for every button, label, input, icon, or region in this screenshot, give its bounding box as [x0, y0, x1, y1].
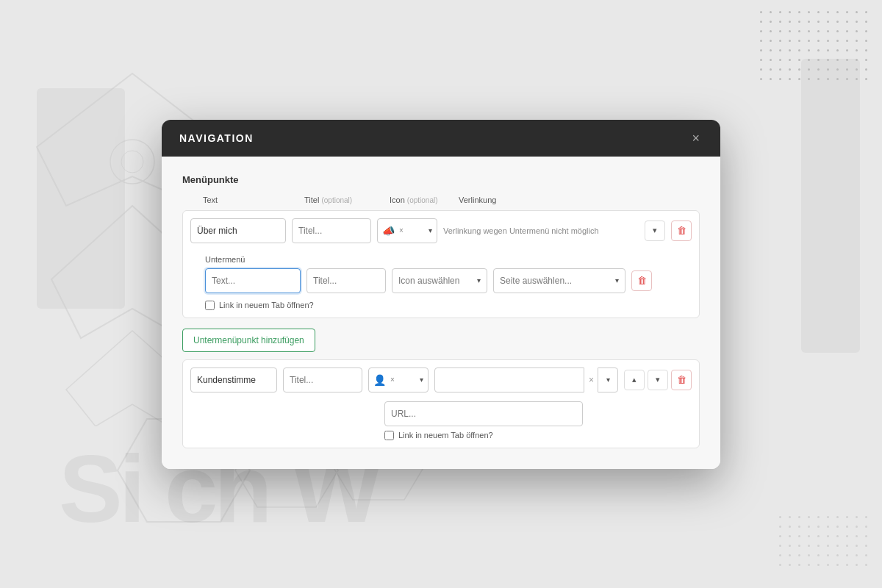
menu-item-1-icon-preview: 📣	[382, 225, 395, 237]
submenu-page-dropdown[interactable]: Seite auswählen... ▾	[493, 268, 625, 293]
menu-item-2-top-row: 👤 × ▾ × ▾ ▴	[190, 368, 692, 392]
submenu-title-input[interactable]	[306, 268, 386, 293]
menu-item-2-icon-preview: 👤	[373, 374, 386, 386]
submenu-checkbox-row: Link in neuem Tab öffnen?	[205, 301, 652, 310]
menu-item-2-up-button[interactable]: ▴	[624, 370, 645, 390]
menu-item-1-main: 📣 × ▾ Verlinkung wegen Untermenü nicht m…	[190, 218, 692, 243]
menu-item-2-verlinkung-chevron[interactable]: ▾	[598, 368, 618, 392]
menu-item-1-icon-clear[interactable]: ×	[398, 226, 405, 234]
menu-item-2-main: 👤 × ▾ × ▾ ▴	[190, 368, 692, 440]
modal-title: NAVIGATION	[179, 132, 254, 144]
menu-item-1-verlinkung-text: Verlinkung wegen Untermenü nicht möglich	[443, 226, 639, 235]
menu-item-2-inputs-group: 👤 × ▾ × ▾ ▴	[190, 368, 692, 440]
menu-item-2-action-group: ▴ ▾ 🗑	[624, 370, 692, 390]
submenu-icon-dropdown-text: Icon auswählen	[398, 276, 474, 286]
col-header-title: Titel (optional)	[304, 196, 384, 204]
submenu-label: Untermenü	[205, 255, 706, 264]
submenu-delete-button[interactable]: 🗑	[631, 270, 652, 291]
menu-item-1: 📣 × ▾ Verlinkung wegen Untermenü nicht m…	[182, 210, 700, 318]
submenu-page-chevron: ▾	[615, 276, 619, 284]
menu-item-2-verlinkung-row: × ▾	[434, 368, 618, 392]
menu-item-2: 👤 × ▾ × ▾ ▴	[182, 359, 700, 448]
menu-item-2-url-input[interactable]	[384, 401, 583, 426]
submenu-icon-dropdown[interactable]: Icon auswählen ▾	[392, 268, 487, 293]
menu-item-2-icon-chevron[interactable]: ▾	[420, 376, 423, 384]
submenu-newtab-checkbox[interactable]	[205, 301, 215, 310]
modal-close-button[interactable]: ×	[689, 132, 703, 145]
menu-item-2-text-input[interactable]	[190, 368, 277, 392]
menu-item-2-newtab-checkbox[interactable]	[384, 431, 394, 440]
submenu-icon-chevron: ▾	[477, 276, 481, 284]
menu-item-2-delete-button[interactable]: 🗑	[671, 370, 692, 390]
submenu-page-dropdown-text: Seite auswählen...	[500, 276, 612, 286]
menu-item-1-delete-button[interactable]: 🗑	[671, 220, 692, 241]
submenu-newtab-label[interactable]: Link in neuem Tab öffnen?	[219, 301, 314, 309]
menu-item-2-icon-clear[interactable]: ×	[389, 376, 396, 384]
submenu-row-inner: Icon auswählen ▾ Seite auswählen... ▾ 🗑	[205, 268, 652, 310]
modal-body: Menüpunkte Text Titel (optional) Icon (o…	[162, 157, 720, 469]
col-header-icon: Icon (optional)	[390, 196, 453, 204]
menu-item-1-down-button[interactable]: ▾	[645, 220, 665, 241]
col-header-text: Text	[203, 196, 298, 204]
menu-item-2-title-input[interactable]	[283, 368, 362, 392]
modal-overlay: NAVIGATION × Menüpunkte Text Titel (opti…	[0, 0, 882, 588]
menu-item-2-verlinkung-input[interactable]	[434, 368, 584, 392]
add-submenu-button[interactable]: Untermenüpunkt hinzufügen	[182, 329, 315, 352]
section-label: Menüpunkte	[182, 174, 700, 185]
menu-item-1-icon-selector[interactable]: 📣 × ▾	[377, 218, 437, 243]
menu-item-2-newtab-label[interactable]: Link in neuem Tab öffnen?	[398, 431, 493, 440]
submenu-section: Untermenü Icon auswählen	[205, 255, 706, 310]
menu-item-2-url-row: Link in neuem Tab öffnen?	[384, 401, 692, 440]
navigation-modal: NAVIGATION × Menüpunkte Text Titel (opti…	[162, 120, 720, 469]
submenu-text-input[interactable]	[205, 268, 301, 293]
col-header-verlinkung: Verlinkung	[459, 196, 700, 204]
menu-item-1-icon-chevron[interactable]: ▾	[429, 226, 432, 234]
menu-item-2-checkbox-row: Link in neuem Tab öffnen?	[384, 431, 692, 440]
modal-header: NAVIGATION ×	[162, 120, 720, 157]
menu-item-2-down-button[interactable]: ▾	[648, 370, 668, 390]
column-headers: Text Titel (optional) Icon (optional) Ve…	[182, 196, 700, 204]
menu-item-2-verlinkung-clear[interactable]: ×	[587, 375, 595, 385]
menu-item-2-icon-selector[interactable]: 👤 × ▾	[368, 368, 429, 392]
submenu-row: Icon auswählen ▾ Seite auswählen... ▾ 🗑	[205, 268, 706, 310]
menu-item-1-text-input[interactable]	[190, 218, 286, 243]
submenu-inputs: Icon auswählen ▾ Seite auswählen... ▾ 🗑	[205, 268, 652, 293]
menu-item-1-title-input[interactable]	[292, 218, 371, 243]
